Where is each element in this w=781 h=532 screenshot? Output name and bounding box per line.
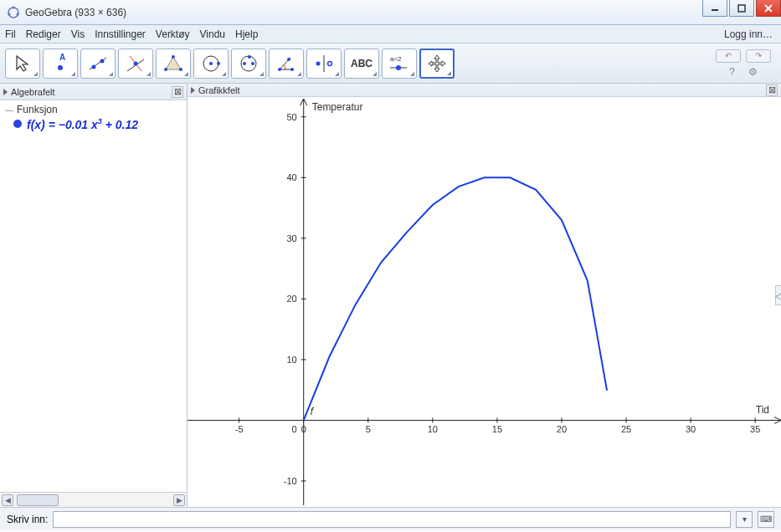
toolbar-settings-icon[interactable]: ⚙ [748,66,758,78]
tool-reflect[interactable] [306,49,342,79]
menu-fil[interactable]: Fil [5,28,16,40]
svg-point-0 [8,8,18,18]
input-bar: Skriv inn: ▾ ⌨ [0,507,781,530]
close-button[interactable] [756,0,781,17]
algebra-close-icon[interactable]: ⊠ [172,86,183,98]
visibility-bullet-icon[interactable] [13,120,22,128]
tool-move[interactable] [5,49,40,79]
svg-point-20 [209,62,213,65]
minimize-button[interactable] [702,0,727,17]
tool-line[interactable] [80,49,116,79]
svg-rect-5 [738,5,745,12]
algebra-panel: Algebrafelt ⊠ —Funksjon f(x) = −0.01 x3 … [0,84,188,507]
tool-perpendicular[interactable] [118,49,153,79]
svg-point-21 [217,62,220,65]
tool-point[interactable]: A [43,49,78,79]
collapse-icon [191,87,195,94]
tool-slider[interactable]: a=2 [382,49,417,79]
function-expression: f(x) = −0.01 x3 + 0.12 [27,117,138,131]
graphics-close-icon[interactable]: ⊠ [766,84,778,96]
svg-point-12 [100,59,105,63]
svg-point-16 [172,55,175,59]
svg-text:30: 30 [286,233,296,243]
svg-point-28 [287,58,290,61]
graphics-panel: Grafikkfelt ⊠ -505101520253035-101020304… [188,84,781,507]
maximize-button[interactable] [729,0,754,17]
command-input[interactable] [53,511,731,528]
svg-text:35: 35 [750,424,760,434]
menu-hjelp[interactable]: Hjelp [235,28,258,40]
menu-innstillinger[interactable]: Innstillinger [95,28,146,40]
input-help-button[interactable]: ⌨ [758,511,774,528]
svg-text:20: 20 [557,424,567,434]
input-history-dropdown[interactable]: ▾ [736,511,753,528]
login-link[interactable]: Logg inn… [724,28,773,40]
input-label: Skriv inn: [7,514,48,525]
tool-ellipse[interactable] [231,49,266,79]
toolbar: A ABC a=2 ↶ ↷ ? ⚙ [0,43,781,84]
svg-text:10: 10 [286,355,296,365]
svg-text:15: 15 [492,424,502,434]
scroll-thumb[interactable] [17,494,59,506]
algebra-panel-title: Algebrafelt [11,87,55,97]
algebra-horizontal-scrollbar[interactable]: ◀ ▶ [0,492,187,507]
tool-text[interactable]: ABC [344,49,379,79]
svg-text:f: f [311,406,315,417]
svg-text:Temperatur: Temperatur [312,101,363,113]
tool-move-view[interactable] [419,49,455,79]
svg-text:20: 20 [286,294,296,304]
svg-point-25 [248,55,251,59]
svg-text:30: 30 [686,424,696,434]
svg-text:0: 0 [292,424,297,434]
svg-point-31 [328,61,332,65]
svg-point-18 [164,68,167,71]
toolbar-help-icon[interactable]: ? [729,66,735,78]
svg-point-17 [179,68,182,71]
menu-verktoy[interactable]: Verktøy [156,28,190,40]
svg-text:25: 25 [621,424,631,434]
svg-point-27 [290,68,294,71]
side-panel-handle[interactable]: ◁ [775,285,781,305]
svg-point-9 [58,65,63,70]
graphics-view[interactable]: -505101520253035-1010203040500Temperatur… [188,97,781,507]
svg-point-26 [278,68,281,71]
window-titlebar: GeoGebra (781 × 532) [0,0,781,25]
svg-point-3 [13,6,15,8]
function-item[interactable]: f(x) = −0.01 x3 + 0.12 [13,117,182,131]
svg-text:-10: -10 [284,476,297,486]
svg-text:50: 50 [286,112,296,122]
svg-text:Tid: Tid [756,404,769,416]
tool-angle[interactable] [269,49,304,79]
algebra-panel-header[interactable]: Algebrafelt ⊠ [0,84,187,100]
svg-point-2 [17,13,19,15]
svg-text:10: 10 [428,424,438,434]
graphics-panel-header[interactable]: Grafikkfelt ⊠ [188,84,781,97]
svg-text:-5: -5 [235,424,244,434]
menu-bar: Fil Rediger Vis Innstillinger Verktøy Vi… [0,25,781,43]
svg-text:40: 40 [286,172,296,182]
svg-point-30 [316,61,321,65]
algebra-category[interactable]: —Funksjon [5,104,182,115]
svg-point-15 [134,61,138,65]
svg-text:a=2: a=2 [390,55,402,63]
svg-point-34 [396,65,401,70]
menu-vindu[interactable]: Vindu [200,28,225,40]
collapse-icon [3,89,8,95]
window-title: GeoGebra (781 × 532) [25,7,702,18]
redo-button[interactable]: ↷ [746,49,771,63]
tool-polygon[interactable] [156,49,191,79]
undo-button[interactable]: ↶ [716,49,741,63]
svg-point-11 [92,64,96,69]
graphics-panel-title: Grafikkfelt [198,85,240,95]
svg-point-24 [251,62,254,65]
menu-rediger[interactable]: Rediger [26,28,61,40]
svg-text:0: 0 [301,424,306,434]
scroll-right-icon[interactable]: ▶ [173,494,185,506]
menu-vis[interactable]: Vis [71,28,85,40]
svg-text:5: 5 [366,424,371,434]
tool-circle-center-point[interactable] [193,49,229,79]
scroll-left-icon[interactable]: ◀ [2,494,13,506]
svg-point-1 [8,13,11,15]
svg-point-23 [243,62,246,65]
app-logo-icon [7,6,20,19]
